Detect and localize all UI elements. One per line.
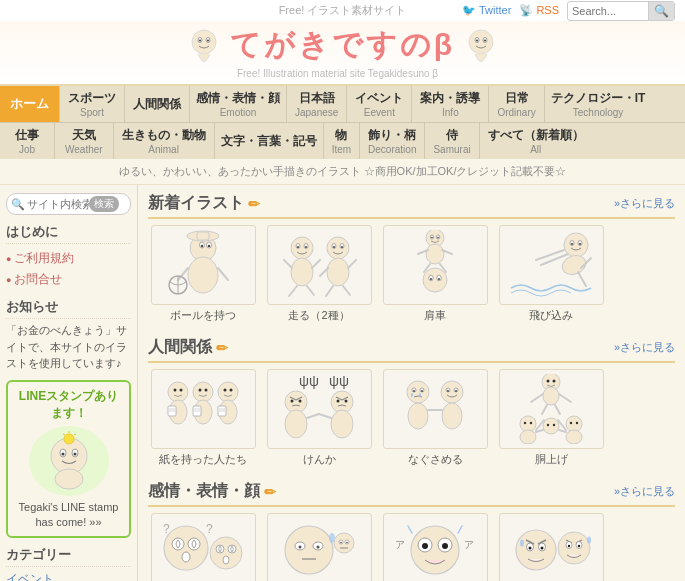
illust-label-dive: 飛び込み [529, 308, 573, 323]
illust-svg-blank [274, 518, 364, 581]
svg-point-104 [299, 400, 302, 403]
svg-point-62 [423, 268, 447, 292]
logo-area: てがきですのβ Free! Illustration material site… [0, 21, 685, 84]
nav-label-animal-ja: 生きもの・動物 [122, 127, 206, 144]
see-more-human[interactable]: »さらに見る [614, 340, 675, 355]
sidebar-cat-item-event[interactable]: イベント [6, 570, 131, 581]
line-character-svg [39, 431, 99, 491]
sidebar-link-rules[interactable]: ● ご利用規約 [6, 248, 131, 269]
nav-label-deco-ja: 飾り・柄 [368, 127, 416, 144]
svg-point-139 [530, 422, 532, 424]
nav-item-relations[interactable]: 人間関係 [125, 86, 190, 122]
svg-point-147 [543, 418, 559, 434]
svg-point-149 [553, 424, 555, 426]
sidebar-link-contact[interactable]: ● お問合せ [6, 269, 131, 290]
svg-point-197 [568, 545, 570, 547]
nav-item-animal[interactable]: 生きもの・動物 Animal [114, 123, 215, 159]
svg-point-9 [484, 39, 486, 41]
svg-point-169 [334, 533, 354, 553]
section-new-header: 新着イラスト ✏ »さらに見る [148, 193, 675, 219]
nav-item-letters[interactable]: 文字・言葉・記号 [215, 123, 324, 159]
search-input[interactable] [568, 3, 648, 19]
svg-line-135 [542, 405, 547, 414]
svg-point-0 [192, 30, 216, 54]
nav-label-weather-ja: 天気 [72, 127, 96, 144]
nav-item-info[interactable]: 案内・誘導 Info [412, 86, 489, 122]
nav-item-japanese[interactable]: 日本語 Japanese [287, 86, 347, 122]
line-character-img [29, 426, 109, 496]
svg-line-49 [348, 260, 356, 268]
illust-item-hurry[interactable]: 焦る [496, 513, 606, 581]
nav-item-tech[interactable]: テクノロジー・IT Technology [545, 86, 652, 122]
main-nav: ホーム スポーツ Sport 人間関係 感情・表情・顔 Emotion 日本語 … [0, 86, 685, 159]
nav-row-2: 仕事 Job 天気 Weather 生きもの・動物 Animal 文字・言葉・記… [0, 123, 685, 159]
nav-item-weather[interactable]: 天気 Weather [55, 123, 114, 159]
nav-label-letters-ja: 文字・言葉・記号 [221, 133, 317, 150]
nav-item-ordinary[interactable]: 日常 Ordinary [489, 86, 544, 122]
twitter-link[interactable]: 🐦 Twitter [462, 4, 511, 17]
nav-item-all[interactable]: すべて（新着順） All [480, 123, 592, 159]
rules-label: ご利用規約 [14, 250, 74, 267]
sidebar-search-button[interactable]: 検索 [89, 196, 119, 212]
svg-point-71 [579, 243, 581, 245]
illust-item-stunned[interactable]: ? ? 唖然とする [148, 513, 258, 581]
svg-point-121 [408, 403, 428, 429]
illust-item-comfort[interactable]: なぐさめる [380, 369, 490, 467]
svg-point-65 [430, 278, 432, 280]
illust-img-panic: ア ア [383, 513, 488, 581]
nav-item-event[interactable]: イベント Eevent [347, 86, 412, 122]
svg-point-198 [578, 545, 580, 547]
svg-point-144 [576, 422, 578, 424]
nav-item-samurai[interactable]: 侍 Samurai [425, 123, 479, 159]
site-free-label: Free! イラスト素材サイト [279, 3, 407, 18]
search-box: 🔍 [567, 1, 675, 21]
pencil-icon-human: ✏ [216, 340, 228, 356]
svg-point-5 [469, 30, 493, 54]
illust-item-run[interactable]: 走る（2種） [264, 225, 374, 323]
svg-point-125 [447, 390, 449, 392]
nav-item-sports[interactable]: スポーツ Sport [60, 86, 125, 122]
nav-item-job[interactable]: 仕事 Job [0, 123, 55, 159]
svg-point-4 [207, 39, 209, 41]
illust-svg-panic: ア ア [390, 518, 480, 581]
nav-item-home[interactable]: ホーム [0, 86, 60, 122]
nav-item-deco[interactable]: 飾り・柄 Decoration [360, 123, 425, 159]
illust-item-panic[interactable]: ア ア パニック [380, 513, 490, 581]
illust-item-dive[interactable]: 飛び込み [496, 225, 606, 323]
sidebar-search-input[interactable] [27, 198, 89, 210]
nav-label-ordinary-ja: 日常 [505, 90, 529, 107]
nav-label-samurai-en: Samurai [433, 144, 470, 155]
illust-img-run [267, 225, 372, 305]
illust-item-paper[interactable]: 紙を持った人たち [148, 369, 258, 467]
illust-svg-comfort [390, 374, 480, 444]
sidebar: 🔍 検索 はじめに ● ご利用規約 ● お問合せ お知らせ 「お金のべんきょう」… [0, 185, 138, 581]
nav-label-japanese-ja: 日本語 [299, 90, 335, 107]
illust-grid-new: ボールを持つ [148, 225, 675, 323]
nav-label-samurai-ja: 侍 [446, 127, 458, 144]
svg-line-113 [319, 414, 331, 418]
illust-item-blank[interactable]: 放心状態・思考停止 [264, 513, 374, 581]
svg-point-191 [520, 540, 524, 547]
svg-point-152 [164, 526, 208, 570]
sidebar-line-box[interactable]: LINEスタンプあります！ Tegak [6, 380, 131, 539]
logo-character-left [184, 26, 224, 66]
nav-item-emotion[interactable]: 感情・表情・顔 Emotion [190, 86, 287, 122]
illust-label-toss: 胴上げ [535, 452, 568, 467]
svg-line-29 [218, 268, 228, 280]
svg-point-42 [327, 237, 349, 259]
see-more-new[interactable]: »さらに見る [614, 196, 675, 211]
line-sub-text: Tegaki's LINE stamp has come! »» [14, 500, 123, 531]
rss-link[interactable]: 📡 RSS [519, 4, 559, 17]
illust-item-shoulder[interactable]: 肩車 [380, 225, 490, 323]
nav-item-item[interactable]: 物 Item [324, 123, 360, 159]
see-more-emotion[interactable]: »さらに見る [614, 484, 675, 499]
illust-item-fight[interactable]: ψψ ψψ [264, 369, 374, 467]
svg-line-150 [536, 430, 543, 432]
illust-item-toss[interactable]: 胴上げ [496, 369, 606, 467]
illust-item-ball[interactable]: ボールを持つ [148, 225, 258, 323]
svg-point-192 [558, 532, 590, 564]
search-button[interactable]: 🔍 [648, 2, 674, 20]
logo-decoration: てがきですのβ [0, 25, 685, 66]
svg-point-36 [305, 246, 307, 248]
svg-point-178 [422, 543, 428, 549]
